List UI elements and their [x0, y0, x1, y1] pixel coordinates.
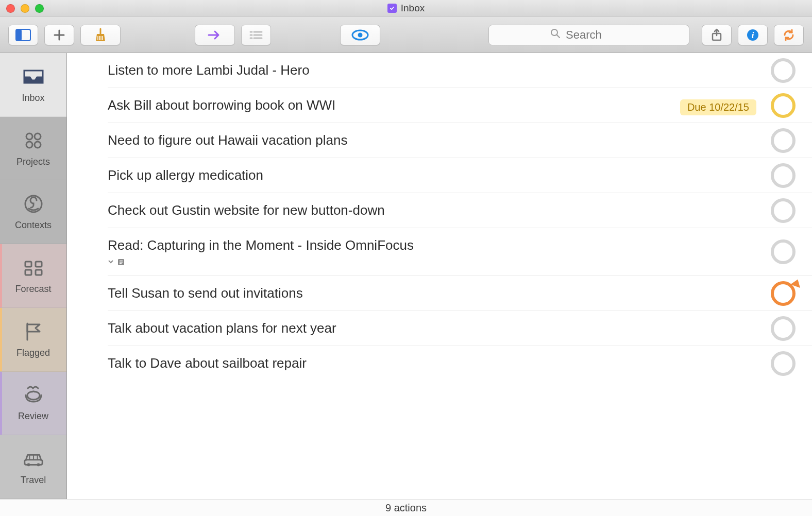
- share-button[interactable]: [702, 25, 732, 45]
- inspector-button[interactable]: i: [738, 25, 768, 45]
- task-row[interactable]: Need to figure out Hawaii vacation plans: [108, 123, 812, 158]
- svg-rect-21: [25, 262, 31, 267]
- task-title: Listen to more Lambi Judal - Hero: [108, 62, 750, 78]
- sidebar-item-inbox[interactable]: Inbox: [0, 53, 66, 117]
- sidebar-label: Travel: [21, 475, 46, 486]
- sidebar-item-contexts[interactable]: Contexts: [0, 180, 66, 244]
- task-row[interactable]: Check out Gustin website for new button-…: [108, 193, 812, 228]
- sidebar-label: Flagged: [16, 348, 50, 358]
- task-status-circle[interactable]: [771, 163, 796, 188]
- task-row[interactable]: Listen to more Lambi Judal - Hero: [108, 53, 812, 88]
- svg-point-19: [35, 142, 41, 148]
- svg-line-12: [557, 35, 560, 38]
- inbox-icon: [23, 66, 44, 88]
- task-title: Read: Capturing in the Moment - Inside O…: [108, 237, 750, 253]
- search-field[interactable]: [488, 25, 689, 45]
- svg-rect-26: [24, 460, 42, 465]
- action-count: 9 actions: [385, 502, 427, 514]
- window-title: Inbox: [387, 3, 425, 14]
- projects-icon: [23, 130, 44, 151]
- toggle-sidebar-button[interactable]: [8, 25, 38, 45]
- window-minimize-button[interactable]: [21, 4, 29, 13]
- svg-text:i: i: [752, 30, 754, 40]
- contexts-icon: [23, 193, 44, 215]
- task-row[interactable]: Pick up allergy medication: [108, 158, 812, 193]
- perspective-sidebar: Inbox Projects Contexts Forecast Flagged: [0, 53, 67, 499]
- svg-point-25: [27, 391, 40, 400]
- sidebar-item-travel[interactable]: Travel: [0, 435, 66, 499]
- sidebar-item-review[interactable]: Review: [0, 372, 66, 436]
- add-action-button[interactable]: [44, 25, 74, 45]
- disclosure-icon[interactable]: [108, 257, 114, 266]
- status-bar: 9 actions: [0, 499, 812, 516]
- window-controls: [6, 4, 44, 13]
- svg-rect-24: [36, 270, 42, 275]
- task-title: Pick up allergy medication: [108, 167, 750, 183]
- task-status-circle[interactable]: [771, 281, 796, 306]
- sidebar-item-projects[interactable]: Projects: [0, 117, 66, 181]
- svg-point-11: [551, 29, 557, 36]
- app-icon: [387, 4, 397, 13]
- car-icon: [23, 448, 44, 470]
- task-title: Check out Gustin website for new button-…: [108, 202, 750, 218]
- task-row[interactable]: Talk about vacation plans for next year: [108, 311, 812, 346]
- svg-point-28: [37, 463, 40, 467]
- window-titlebar: Inbox: [0, 0, 812, 17]
- forecast-icon: [23, 257, 44, 279]
- svg-point-27: [27, 463, 30, 467]
- sidebar-label: Projects: [16, 157, 50, 167]
- svg-point-17: [35, 133, 41, 140]
- task-title: Ask Bill about borrowing book on WWI: [108, 97, 750, 113]
- toggle-list-button[interactable]: [241, 25, 271, 45]
- task-status-circle[interactable]: [771, 316, 796, 341]
- due-badge: Due 10/22/15: [680, 99, 756, 115]
- task-row[interactable]: Read: Capturing in the Moment - Inside O…: [108, 228, 812, 276]
- window-zoom-button[interactable]: [35, 4, 44, 13]
- task-title: Talk about vacation plans for next year: [108, 320, 750, 336]
- note-icon[interactable]: [117, 258, 125, 266]
- svg-rect-2: [16, 29, 22, 41]
- sidebar-label: Contexts: [15, 220, 52, 231]
- search-icon: [550, 28, 561, 42]
- quick-open-button[interactable]: [195, 25, 235, 45]
- svg-point-10: [358, 32, 363, 37]
- search-input[interactable]: [566, 28, 628, 42]
- task-row[interactable]: Ask Bill about borrowing book on WWI Due…: [108, 88, 812, 123]
- view-options-button[interactable]: [340, 25, 380, 45]
- window-title-text: Inbox: [401, 3, 425, 14]
- sidebar-item-flagged[interactable]: Flagged: [0, 308, 66, 372]
- task-status-circle[interactable]: [771, 198, 796, 223]
- task-row[interactable]: Talk to Dave about sailboat repair: [108, 346, 812, 381]
- task-status-circle[interactable]: [771, 351, 796, 376]
- task-row[interactable]: Tell Susan to send out invitations: [108, 276, 812, 311]
- task-title: Need to figure out Hawaii vacation plans: [108, 132, 750, 148]
- task-status-circle[interactable]: [771, 239, 796, 264]
- task-status-circle[interactable]: [771, 58, 796, 83]
- task-title: Talk to Dave about sailboat repair: [108, 355, 750, 371]
- task-title: Tell Susan to send out invitations: [108, 285, 750, 301]
- flag-icon: [23, 321, 44, 342]
- task-status-circle[interactable]: [771, 93, 796, 118]
- sidebar-label: Forecast: [15, 284, 51, 295]
- toolbar: i: [0, 17, 812, 53]
- review-icon: [23, 384, 44, 406]
- svg-point-16: [26, 133, 32, 140]
- sidebar-label: Inbox: [22, 93, 44, 104]
- sidebar-item-forecast[interactable]: Forecast: [0, 244, 66, 308]
- task-list: Listen to more Lambi Judal - Hero Ask Bi…: [67, 53, 812, 499]
- task-status-circle[interactable]: [771, 128, 796, 153]
- svg-rect-22: [36, 262, 42, 267]
- sidebar-label: Review: [18, 411, 48, 422]
- svg-point-18: [26, 142, 32, 148]
- sync-button[interactable]: [774, 25, 804, 45]
- svg-rect-23: [25, 270, 31, 275]
- window-close-button[interactable]: [6, 4, 15, 13]
- cleanup-button[interactable]: [80, 25, 121, 45]
